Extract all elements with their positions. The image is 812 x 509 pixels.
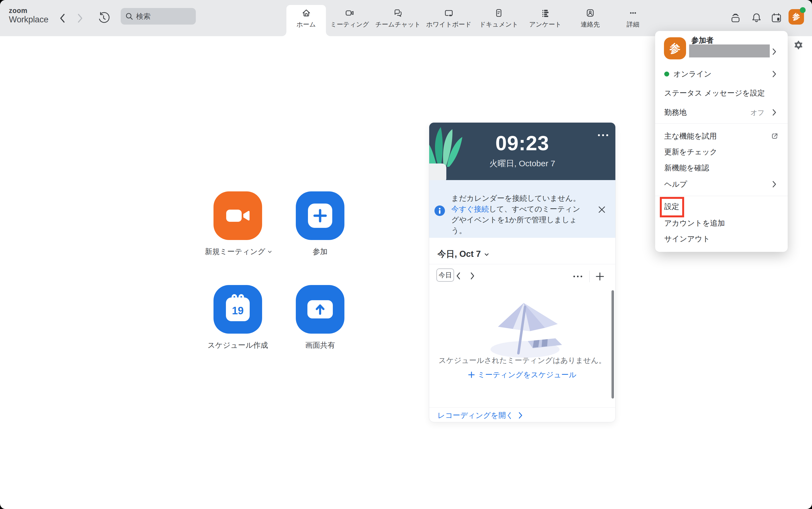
cast-icon (729, 11, 742, 24)
history-button[interactable] (97, 11, 110, 24)
chevron-right-icon (470, 272, 475, 280)
connect-device-button[interactable] (729, 11, 742, 24)
scrollbar-thumb[interactable] (611, 290, 614, 399)
banner-text: まだカレンダーを接続していません。今すぐ接続して、すべてのミーティングやイベント… (451, 193, 587, 236)
menu-item-set-status-message[interactable]: ステータス メッセージを設定 (664, 88, 765, 98)
menu-item-help[interactable]: ヘルプ (664, 179, 687, 189)
tab-whiteboard[interactable]: ホワイトボード (422, 0, 475, 36)
back-button[interactable] (56, 12, 68, 24)
document-icon (494, 8, 504, 18)
tab-contacts[interactable]: 連絡先 (568, 0, 612, 36)
search-placeholder: 検索 (136, 11, 150, 21)
tab-label: ミーティング (330, 20, 369, 29)
meetings-panel: 09:23 火曜日, October 7 まだカレンダーを接続していません。今す… (429, 122, 616, 422)
add-meeting-button[interactable] (595, 272, 605, 281)
home-icon (301, 8, 311, 18)
more-icon (628, 8, 638, 18)
chat-icon (393, 8, 403, 18)
menu-item-sign-out[interactable]: サインアウト (664, 234, 710, 244)
clock-card: 09:23 火曜日, October 7 (429, 123, 615, 180)
banner-text-before: まだカレンダーを接続していません。 (451, 194, 580, 202)
plus-icon (595, 272, 605, 281)
quick-action-label: スケジュール作成 (207, 340, 268, 350)
quick-action-label: 画面共有 (305, 340, 335, 350)
history-icon (97, 11, 110, 24)
chevron-right-icon (76, 13, 84, 24)
quick-action-label: 参加 (313, 247, 328, 257)
tab-label: ドキュメント (479, 20, 518, 29)
no-meetings-text: スケジュールされたミーティングはありません。 (429, 355, 615, 365)
profile-name: 参加者 (691, 35, 714, 45)
calendar-button[interactable] (770, 11, 783, 24)
schedule-button[interactable]: 19 スケジュール作成 (213, 285, 262, 334)
tab-flare (326, 32, 330, 36)
forward-button[interactable] (74, 12, 86, 24)
logo-workplace: Workplace (9, 15, 48, 24)
chevron-right-icon (772, 181, 776, 188)
agenda-area: スケジュールされたミーティングはありません。 ミーティングをスケジュール (429, 289, 615, 400)
beach-umbrella-illustration (473, 299, 572, 359)
schedule-meeting-link[interactable]: ミーティングをスケジュール (429, 370, 615, 380)
today-date-dropdown[interactable]: 今日, Oct 7 (438, 248, 488, 260)
prev-day-button[interactable] (456, 272, 461, 280)
share-screen-button[interactable]: 画面共有 (296, 285, 344, 334)
tab-surveys[interactable]: アンケート (522, 0, 568, 36)
notifications-button[interactable] (750, 11, 763, 24)
next-day-button[interactable] (470, 272, 475, 280)
divider (589, 271, 590, 282)
bell-icon (750, 11, 763, 24)
clock-date: 火曜日, October 7 (429, 158, 615, 169)
close-icon[interactable] (598, 205, 606, 214)
tab-meetings[interactable]: ミーティング (326, 0, 373, 36)
divider (429, 264, 615, 264)
card-more-button[interactable] (598, 134, 608, 136)
divider (429, 407, 615, 408)
calendar-day-number: 19 (232, 305, 244, 317)
tab-team-chat[interactable]: チームチャット (373, 0, 422, 36)
camera-icon (225, 207, 250, 224)
menu-item-workplace[interactable]: 勤務地 (664, 107, 687, 117)
chevron-left-icon (456, 272, 461, 280)
tab-docs[interactable]: ドキュメント (475, 0, 522, 36)
search-input[interactable]: 検索 (121, 8, 196, 25)
tab-label: ホワイトボード (426, 20, 471, 29)
survey-icon (540, 8, 551, 18)
settings-gear-button[interactable] (794, 40, 803, 50)
avatar: 参 (664, 37, 686, 59)
today-button[interactable]: 今日 (436, 268, 454, 282)
workplace-value: オフ (750, 108, 765, 117)
connect-now-link[interactable]: 今すぐ接続 (451, 205, 489, 213)
video-icon (344, 8, 355, 18)
arrow-up-icon (314, 303, 326, 315)
external-link-icon (771, 132, 779, 140)
menu-item-whats-new[interactable]: 新機能を確認 (664, 163, 709, 173)
tab-label: アンケート (529, 20, 562, 29)
tab-more[interactable]: 詳細 (612, 0, 654, 36)
tab-home[interactable]: ホーム (286, 0, 326, 36)
tab-label: 連絡先 (581, 20, 600, 29)
redacted-name (689, 44, 770, 58)
plus-icon (468, 371, 475, 378)
zoom-workplace-logo: zoom Workplace (9, 7, 48, 24)
clock-time: 09:23 (429, 132, 615, 155)
menu-item-online-status[interactable]: オンライン (673, 69, 711, 79)
menu-item-try-features[interactable]: 主な機能を試用 (664, 131, 717, 141)
agenda-more-button[interactable] (573, 276, 582, 277)
new-meeting-button[interactable]: 新規ミーティング (213, 192, 262, 240)
calendar-banner: まだカレンダーを接続していません。今すぐ接続して、すべてのミーティングやイベント… (429, 180, 615, 238)
chevron-right-icon (772, 109, 776, 116)
search-icon (125, 12, 133, 21)
chevron-down-icon[interactable] (268, 249, 272, 253)
contacts-icon (585, 8, 596, 18)
menu-item-check-updates[interactable]: 更新をチェック (664, 147, 717, 157)
info-icon (435, 205, 445, 216)
today-heading: 今日, Oct 7 (438, 248, 481, 260)
menu-item-add-account[interactable]: アカウントを追加 (664, 218, 725, 228)
chevron-left-icon (59, 13, 66, 24)
gear-icon (794, 40, 803, 50)
open-recordings-link[interactable]: レコーディングを開く (438, 410, 523, 420)
tab-flare (282, 32, 286, 36)
profile-menu: 参 参加者 オンライン ステータス メッセージを設定 勤務地 オフ 主な機能を試… (655, 31, 788, 252)
tab-label: チームチャット (375, 20, 420, 29)
join-button[interactable]: 参加 (296, 192, 344, 240)
